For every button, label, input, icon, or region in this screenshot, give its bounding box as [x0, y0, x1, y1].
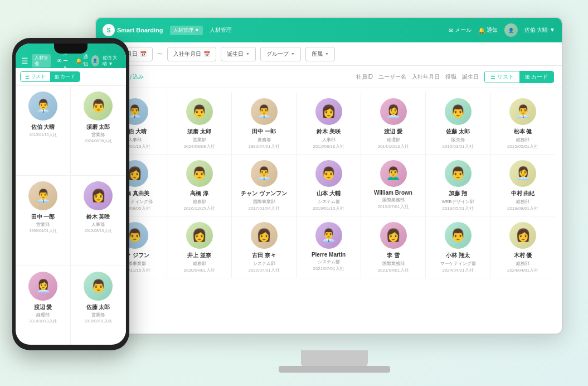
mobile-card-label: カード — [60, 73, 75, 80]
employee-card[interactable]: 👩 井上 並奈 総務部 2020/04/01入社 — [167, 216, 232, 278]
employee-card[interactable]: 👩‍💼 中村 由紀 総務部 2019/08/01入社 — [490, 155, 555, 216]
employee-card[interactable]: 👨 小林 翔太 マーケティング部 2024/04/01入社 — [426, 216, 490, 278]
mail-button[interactable]: ✉ メール — [449, 26, 472, 34]
employee-card[interactable]: 👨 加藤 翔 WEBデザイン部 2019/05/01入社 — [426, 155, 490, 216]
mail-icon: ✉ — [449, 27, 453, 33]
mobile-user-menu[interactable]: 佐伯 大晴 ▼ — [103, 55, 120, 67]
mobile-employee-hire-date: 1990/04/01入社 — [29, 228, 56, 234]
employee-card[interactable]: 👩 木村 優 総務部 2024/04/01入社 — [490, 216, 555, 278]
header-module-badge[interactable]: 人材管理 ▼ — [170, 26, 203, 35]
hamburger-icon[interactable]: ☰ — [21, 56, 28, 65]
employee-avatar: 👩 — [380, 222, 407, 249]
mobile-user-avatar: 👤 — [91, 55, 99, 66]
employee-dept: 総務部 — [193, 260, 206, 267]
employee-dept: 総務部 — [516, 199, 529, 205]
employee-card[interactable]: 👨‍💼 田中 一郎 庶務部 1980/04/01入社 — [232, 93, 297, 154]
list-icon: ☰ — [490, 74, 495, 80]
employee-card[interactable]: 👨‍💼 松本 健 総務部 2015/05/01入社 — [490, 93, 555, 154]
mobile-view-toggle: ☰ リスト ⊞ カード — [20, 71, 80, 82]
employee-row: 👨 パク ジフン 国際事業部 2014/11/15入社 👩 井上 並奈 総務部 … — [103, 216, 555, 278]
employee-hire-date: 2024/04/01入社 — [507, 267, 538, 273]
toolbar-right: 社員ID ユーザー名 入社年月日 役職 誕生日 ☰ リスト ⊞ カード — [356, 71, 554, 83]
mobile-employee-grid: 👨‍💼 佐伯 大晴 2010/01/13入社 👨 須磨 太郎 営業部 2024/… — [16, 86, 126, 345]
calendar-icon-from: 📅 — [140, 51, 147, 57]
employee-name: 佐藤 太郎 — [446, 128, 470, 136]
group-filter[interactable]: グループ ▼ — [260, 47, 301, 61]
user-name-label: 佐伯 大晴 ▼ — [524, 26, 555, 34]
employee-dept: 国際事業部 — [253, 199, 275, 205]
employee-hire-date: 2019/08/01入社 — [507, 205, 538, 211]
dept-filter[interactable]: 所属 ▼ — [305, 47, 335, 61]
employee-hire-date: 2020/07/01入社 — [248, 267, 279, 273]
employee-card[interactable]: 👨 山本 大輔 システム部 2019/01/10入社 — [297, 155, 361, 216]
employee-dept: システム部 — [253, 260, 275, 267]
mobile-employee-card[interactable]: 👨‍💼 佐伯 大晴 2010/01/13入社 — [16, 86, 71, 176]
employee-name: 渡辺 愛 — [384, 128, 402, 136]
header-subtitle: 人材管理 — [210, 26, 232, 34]
notification-button[interactable]: 🔔 通知 — [478, 26, 498, 34]
mobile-employee-hire-date: 2024/08/08入社 — [84, 138, 111, 144]
mobile-module-badge[interactable]: 人材管理 — [32, 54, 51, 67]
notification-label: 通知 — [487, 26, 498, 34]
employee-card[interactable]: 👨‍💼 Pierre Martin システム部 2021/07/01入社 — [297, 216, 361, 278]
mobile-list-icon: ☰ — [25, 74, 30, 80]
col-job-label: 役職 — [445, 73, 456, 81]
mobile-screen: ☰ 人材管理 ✉ メール 🔔 通知 👤 佐伯 大晴 ▼ — [16, 44, 126, 345]
employee-card[interactable]: 👩‍💼 渡辺 愛 経理部 2014/10/13入社 — [361, 93, 426, 154]
mobile-employee-name: 鈴木 英咲 — [86, 213, 110, 221]
employee-name: 鈴木 美咲 — [317, 128, 341, 136]
employee-avatar: 👨 — [445, 222, 472, 249]
col-birthday-label: 誕生日 — [462, 73, 479, 81]
employee-card[interactable]: 👩 李 雪 国際業務部 2021/04/01入社 — [361, 216, 426, 278]
mobile-employee-card[interactable]: 👨‍💼 田中 一郎 営業部 1990/04/01入社 — [16, 176, 71, 266]
mobile-employee-card[interactable]: 👨 須磨 太郎 営業部 2024/08/08入社 — [71, 86, 126, 176]
employee-card[interactable]: 👨 高橋 淳 総務部 2016/12/15入社 — [167, 155, 232, 216]
employee-dept: 人事部 — [322, 137, 336, 143]
birthday-filter[interactable]: 誕生日 ▼ — [221, 47, 256, 61]
employee-dept: 国際業務部 — [382, 197, 405, 203]
employee-avatar: 👨‍💼 — [315, 222, 342, 249]
desktop-stand — [301, 350, 368, 367]
user-menu-button[interactable]: 佐伯 大晴 ▼ — [524, 26, 555, 34]
employee-dept: 総務部 — [193, 199, 206, 205]
employee-dept: 総務部 — [516, 260, 529, 267]
desktop-header: S Smart Boarding 人材管理 ▼ 人材管理 ✉ メール 🔔 通知 … — [96, 18, 562, 42]
mobile-employee-card[interactable]: 👩 鈴木 英咲 人事部 2012/08/15入社 — [71, 176, 126, 266]
employee-row: 👩 伊藤 真由美 マーケティング部 2016/09/05入社 👨 高橋 淳 総務… — [103, 155, 555, 216]
employee-card[interactable]: 👩 古田 奈々 システム部 2020/07/01入社 — [232, 216, 297, 278]
employee-card[interactable]: 👨 佐藤 太郎 販売部 2015/03/01入社 — [426, 93, 490, 154]
mobile-employee-avatar: 👩‍💼 — [28, 272, 57, 301]
employee-avatar: 👨‍🦱 — [380, 160, 407, 187]
employee-card[interactable]: 👨‍🦱 William Brown 国際業務部 2019/07/01入社 — [361, 155, 426, 216]
hire-date-to-filter[interactable]: 入社年月日 📅 — [167, 47, 216, 61]
employee-avatar: 👨 — [186, 98, 213, 125]
mobile-card-view-button[interactable]: ⊞ カード — [50, 72, 80, 81]
mobile-employee-card[interactable]: 👨 佐藤 太郎 営業部 2015/03/01入社 — [71, 266, 126, 345]
employee-name: 松本 健 — [514, 128, 532, 136]
mobile-notification-label: 通知 — [83, 54, 88, 68]
mobile-employee-card[interactable]: 👩‍💼 渡辺 愛 経理部 2014/10/13入社 — [16, 266, 71, 345]
birthday-arrow-icon: ▼ — [246, 52, 250, 56]
hire-date-to-label: 入社年月日 — [173, 50, 201, 58]
employee-avatar: 👩 — [315, 98, 342, 125]
employee-avatar: 👨‍💼 — [251, 160, 278, 187]
employee-name: 李 雪 — [387, 252, 400, 259]
mobile-employee-dept: 営業部 — [91, 132, 105, 138]
employee-name: チャン ヴァンフン — [241, 190, 287, 197]
employee-card[interactable]: 👨 須磨 太郎 営業部 2024/08/08入社 — [167, 93, 232, 154]
employee-card[interactable]: 👨‍💼 チャン ヴァンフン 国際事業部 2017/01/04入社 — [232, 155, 297, 216]
mobile-notification-button[interactable]: 🔔 通知 — [76, 54, 88, 68]
mobile-list-view-button[interactable]: ☰ リスト — [21, 72, 50, 81]
employee-hire-date: 2021/04/01入社 — [377, 267, 409, 273]
employee-hire-date: 2012/08/16入社 — [313, 143, 344, 149]
card-view-button[interactable]: ⊞ カード — [519, 71, 553, 83]
employee-name: 高橋 淳 — [190, 190, 208, 197]
employee-name: Pierre Martin — [312, 252, 346, 258]
employee-card[interactable]: 👩 鈴木 美咲 人事部 2012/08/16入社 — [297, 93, 361, 154]
employee-name: 中村 由紀 — [511, 190, 535, 197]
list-view-button[interactable]: ☰ リスト — [485, 71, 519, 83]
desktop-toolbar: ⇋ 絞で絞り込み 社員ID ユーザー名 入社年月日 役職 誕生日 ☰ リスト ⊞… — [96, 66, 562, 88]
mail-label: メール — [455, 26, 472, 34]
employee-avatar: 👨 — [445, 98, 472, 125]
mobile-card-icon: ⊞ — [55, 74, 59, 80]
